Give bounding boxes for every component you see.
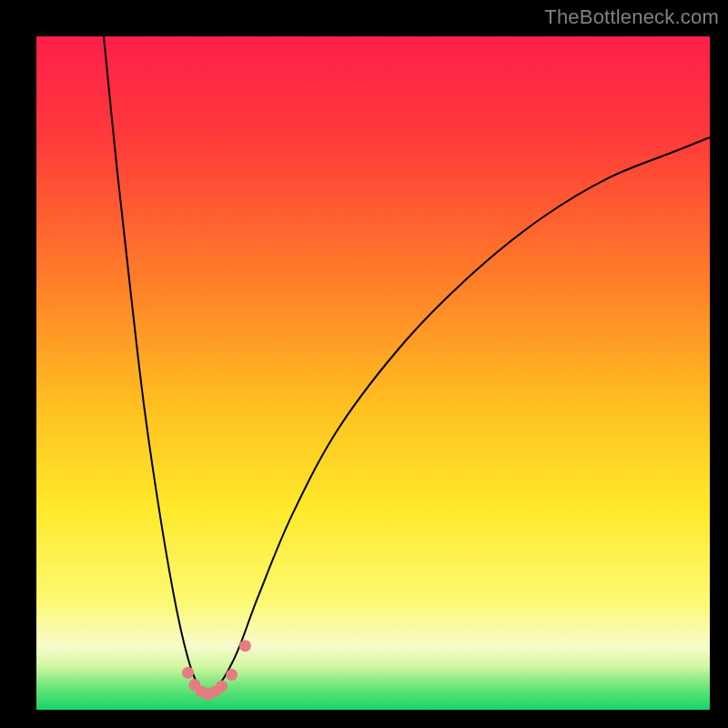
curve-marker: [216, 681, 228, 693]
watermark-label: TheBottleneck.com: [544, 5, 719, 29]
curve-marker: [226, 669, 238, 681]
curve-marker: [182, 667, 194, 679]
curve-layer: [36, 36, 710, 710]
plot-area: [36, 36, 710, 710]
bottleneck-curve: [104, 36, 710, 696]
curve-marker: [239, 640, 251, 652]
chart-frame: TheBottleneck.com: [0, 0, 728, 728]
